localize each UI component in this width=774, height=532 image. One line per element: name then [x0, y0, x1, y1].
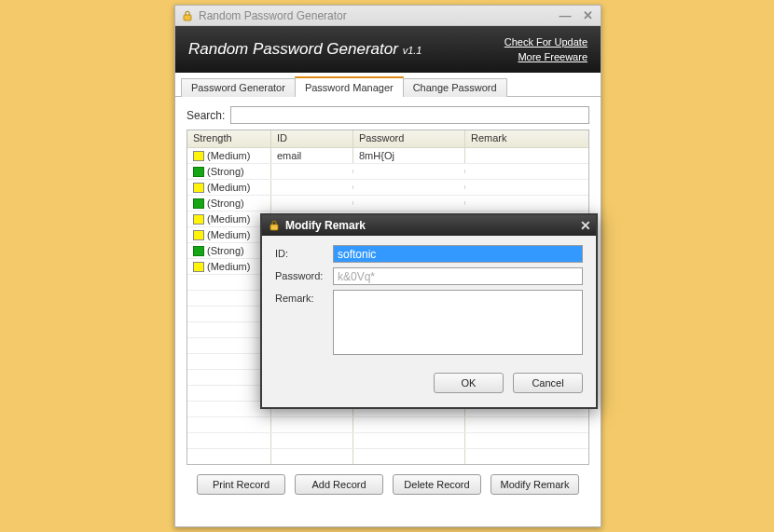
more-freeware-link[interactable]: More Freeware	[518, 51, 587, 62]
tab-password-manager[interactable]: Password Manager	[295, 76, 404, 97]
table-row[interactable]: (Strong)	[187, 164, 588, 180]
strength-text: (Medium)	[207, 213, 250, 225]
cell-strength: (Medium)	[187, 180, 271, 195]
modify-remark-button[interactable]: Modify Remark	[491, 474, 579, 495]
app-title: Random Password Generator v1.1	[188, 40, 504, 59]
strength-swatch	[193, 183, 204, 193]
delete-record-button[interactable]: Delete Record	[393, 474, 481, 495]
cell-id	[271, 201, 353, 205]
close-button[interactable]: ✕	[578, 8, 597, 23]
cell-remark	[465, 170, 588, 173]
cell-remark	[465, 154, 588, 157]
dialog-body: ID: Password: Remark:	[262, 236, 596, 369]
remark-label: Remark:	[275, 290, 333, 304]
button-bar: Print Record Add Record Delete Record Mo…	[175, 465, 601, 504]
password-label: Password:	[275, 267, 333, 281]
cell-id: email	[271, 148, 353, 163]
cancel-button[interactable]: Cancel	[513, 373, 583, 393]
cell-strength: (Strong)	[187, 196, 271, 211]
strength-text: (Strong)	[207, 198, 244, 209]
table-row: ....	[187, 433, 588, 449]
cell-id	[271, 185, 353, 189]
cell-strength: (Medium)	[187, 148, 271, 163]
app-version: v1.1	[403, 45, 422, 56]
table-row: ....	[187, 417, 588, 433]
lock-icon	[268, 219, 281, 232]
minimize-button[interactable]: —	[556, 8, 574, 23]
table-row[interactable]: (Medium)	[187, 180, 588, 196]
tab-change-password[interactable]: Change Password	[403, 78, 507, 97]
header-password[interactable]: Password	[353, 130, 465, 147]
window-title: Random Password Generator	[199, 9, 556, 22]
cell-strength: (Strong)	[187, 164, 271, 179]
cell-remark	[465, 201, 588, 205]
strength-text: (Strong)	[207, 166, 244, 177]
cell-strength: (Medium)	[187, 259, 271, 274]
cell-password: 8mH{Oj	[353, 148, 465, 163]
dialog-title: Modify Remark	[285, 219, 575, 232]
cell-password	[353, 201, 465, 205]
search-row: Search:	[187, 106, 589, 124]
ok-button[interactable]: OK	[434, 373, 504, 393]
header-remark[interactable]: Remark	[465, 130, 588, 147]
cell-strength: (Medium)	[187, 227, 271, 242]
search-input[interactable]	[230, 106, 589, 124]
cell-id	[271, 170, 353, 173]
dialog-titlebar: Modify Remark ✕	[262, 215, 596, 236]
strength-text: (Medium)	[207, 229, 250, 240]
svg-rect-1	[270, 225, 278, 230]
strength-swatch	[193, 246, 204, 256]
strength-swatch	[193, 214, 204, 225]
strength-swatch	[193, 262, 204, 272]
dialog-buttons: OK Cancel	[262, 369, 596, 393]
strength-text: (Medium)	[207, 182, 250, 193]
tab-bar: Password Generator Password Manager Chan…	[175, 73, 601, 97]
cell-password	[353, 185, 465, 189]
table-row: ....	[187, 449, 588, 465]
app-title-text: Random Password Generator	[188, 40, 398, 58]
add-record-button[interactable]: Add Record	[295, 474, 383, 495]
strength-swatch	[193, 167, 204, 177]
remark-field[interactable]	[333, 290, 583, 355]
header-id[interactable]: ID	[271, 130, 353, 147]
strength-swatch	[193, 230, 204, 240]
cell-password	[353, 170, 465, 173]
lock-icon	[181, 9, 194, 22]
search-label: Search:	[187, 109, 225, 122]
cell-strength: (Medium)	[187, 211, 271, 226]
svg-rect-0	[184, 15, 191, 20]
strength-text: (Strong)	[207, 245, 244, 256]
strength-swatch	[193, 151, 204, 161]
strength-text: (Medium)	[207, 261, 250, 272]
table-row[interactable]: (Medium)email8mH{Oj	[187, 148, 588, 164]
id-field[interactable]	[333, 245, 583, 263]
print-record-button[interactable]: Print Record	[197, 474, 285, 495]
header-strength[interactable]: Strength	[187, 130, 271, 147]
banner: Random Password Generator v1.1 Check For…	[175, 26, 601, 73]
strength-swatch	[193, 198, 204, 209]
id-label: ID:	[275, 245, 333, 259]
banner-links: Check For Update More Freeware	[504, 34, 587, 64]
table-row[interactable]: (Strong)	[187, 196, 588, 211]
cell-remark	[465, 185, 588, 189]
grid-header: Strength ID Password Remark	[187, 130, 588, 148]
tab-password-generator[interactable]: Password Generator	[181, 78, 296, 97]
cell-strength: (Strong)	[187, 243, 271, 258]
dialog-close-button[interactable]: ✕	[575, 215, 596, 236]
check-update-link[interactable]: Check For Update	[504, 36, 587, 48]
modify-remark-dialog: Modify Remark ✕ ID: Password: Remark: OK…	[260, 213, 598, 409]
password-field[interactable]	[333, 267, 583, 285]
titlebar: Random Password Generator — ✕	[175, 6, 601, 26]
strength-text: (Medium)	[207, 150, 250, 161]
